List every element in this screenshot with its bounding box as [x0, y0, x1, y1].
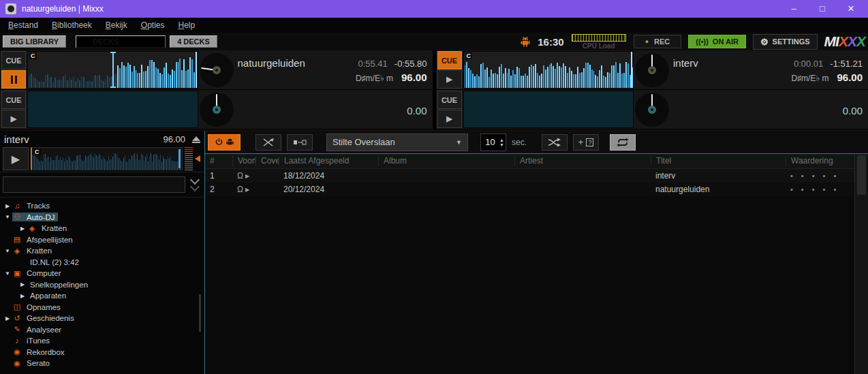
arrow-down-icon[interactable]: ▼ — [3, 214, 12, 220]
four-decks-button[interactable]: 4 DECKS — [170, 35, 217, 48]
minimize-button[interactable]: – — [779, 0, 808, 18]
on-air-button[interactable]: ((•)) ON AIR — [688, 35, 746, 48]
big-library-button[interactable]: BIG LIBRARY — [3, 35, 66, 48]
deck3-bpm: 0.00 — [407, 105, 427, 116]
fade-now-button[interactable] — [255, 134, 281, 151]
col-cover[interactable]: Cover — [255, 156, 279, 166]
preview-play-button[interactable]: ▶ — [3, 147, 29, 170]
deck1-cue-button[interactable]: CUE — [1, 51, 26, 69]
tree-item[interactable]: ◫Opnames — [0, 302, 204, 313]
col-rating[interactable]: Waardering — [786, 156, 854, 166]
arrow-right-icon[interactable]: ▶ — [18, 293, 27, 299]
menu-bekijk[interactable]: Bekijk — [99, 19, 134, 31]
deck3-play-button[interactable]: ▶ — [1, 110, 26, 128]
col-album[interactable]: Album — [378, 156, 514, 166]
menu-help[interactable]: Help — [172, 19, 202, 31]
deck1-elapsed-time: 0:55.41 — [358, 59, 387, 69]
transition-mode-value: Stilte Overslaan — [332, 137, 395, 147]
deck4-spinny[interactable] — [635, 93, 669, 127]
deck4-cue-button[interactable]: CUE — [437, 91, 462, 109]
close-button[interactable]: ✕ — [837, 0, 865, 18]
deck4-play-button[interactable]: ▶ — [437, 110, 462, 128]
preview-gain-scale[interactable] — [185, 147, 193, 170]
deck3-spinny[interactable] — [200, 93, 234, 127]
tree-item[interactable]: ▶◈Kratten — [0, 223, 204, 234]
record-button[interactable]: ● REC — [634, 35, 682, 48]
deck4-waveform[interactable] — [463, 91, 634, 128]
chevron-down-icon[interactable] — [190, 182, 200, 191]
tree-item[interactable]: ◉Rekordbox — [0, 347, 204, 358]
record-dot-icon: ● — [645, 38, 649, 45]
arrow-right-icon[interactable]: ▶ — [3, 315, 12, 322]
tree-item[interactable]: ▶Snelkoppelingen — [0, 279, 204, 291]
playlist-icon: ▤ — [12, 235, 22, 244]
spin-up-icon[interactable]: ▲ — [499, 138, 504, 142]
preview-play-icon[interactable]: ▶ — [245, 173, 249, 179]
deck2-waveform[interactable]: C — [463, 51, 634, 89]
sidebar-scrollbar[interactable] — [199, 294, 201, 332]
deck1-key: D♯m/E♭ m — [356, 74, 393, 83]
shuffle-button[interactable] — [542, 134, 568, 151]
col-title[interactable]: Titel — [651, 156, 786, 166]
repeat-playlist-button[interactable] — [610, 134, 636, 151]
deck1-waveform[interactable]: C — [27, 51, 198, 89]
headphone-icon[interactable]: Ω — [237, 171, 243, 181]
autodj-enable-button[interactable] — [208, 134, 241, 151]
preview-track-title: interv — [4, 134, 163, 145]
tree-item[interactable]: ▤Afspeellijsten — [0, 234, 204, 246]
scrollbar-thumb[interactable] — [857, 155, 866, 195]
tree-item[interactable]: ✎Analyseer — [0, 324, 204, 336]
col-last-played[interactable]: Laatst Afgespeeld — [279, 156, 378, 166]
tree-item[interactable]: ▶Apparaten — [0, 290, 204, 302]
tree-item[interactable]: ▶↺Geschiedenis — [0, 313, 204, 324]
eject-button[interactable] — [192, 136, 200, 143]
table-header: # Voorb Cover Laatst Afgespeeld Album Ar… — [205, 154, 854, 169]
tree-item-label: Serato — [24, 359, 52, 367]
maximize-button[interactable]: □ — [808, 0, 837, 18]
table-scrollbar[interactable] — [854, 154, 868, 374]
decks-button[interactable]: DECKS — [76, 35, 166, 48]
deck1-spinny[interactable] — [200, 53, 234, 87]
tree-item[interactable]: ▼◈Kratten — [0, 245, 204, 257]
search-row — [0, 172, 204, 198]
col-number[interactable]: # — [205, 156, 232, 166]
preview-play-icon[interactable]: ▶ — [245, 187, 249, 193]
play-icon: ▶ — [446, 75, 452, 84]
headphone-icon[interactable]: Ω — [237, 185, 243, 194]
deck2-cue-button[interactable]: CUE — [437, 51, 462, 69]
tree-item[interactable]: ID.NL (2) 3:42 — [0, 257, 204, 268]
arrow-down-icon[interactable]: ▼ — [3, 270, 12, 277]
arrow-right-icon[interactable]: ▶ — [3, 203, 12, 209]
add-random-track-button[interactable]: +? — [573, 134, 599, 151]
transition-mode-select[interactable]: Stilte Overslaan ▼ — [326, 134, 468, 151]
tree-item[interactable]: ♪iTunes — [0, 335, 204, 347]
search-input[interactable] — [3, 176, 185, 193]
deck3-cue-button[interactable]: CUE — [1, 91, 26, 109]
menu-bibliotheek[interactable]: Bibliotheek — [45, 19, 99, 31]
tree-item[interactable]: ▼▣Computer — [0, 268, 204, 279]
preview-waveform[interactable]: C — [31, 147, 183, 170]
table-row[interactable]: 1Ω▶18/12/2024interv••••• — [205, 169, 854, 183]
broadcast-icon: ((•)) — [696, 37, 709, 46]
deck2-play-button[interactable]: ▶ — [437, 70, 462, 89]
skip-next-button[interactable] — [287, 134, 313, 151]
tree-item[interactable]: ▶♫Tracks — [0, 200, 204, 212]
menu-opties[interactable]: Opties — [134, 19, 172, 31]
transition-seconds-spinner[interactable]: 10 ▲ ▼ — [480, 134, 506, 151]
tree-item[interactable]: ▼⚇Auto-DJ — [0, 212, 204, 223]
arrow-right-icon[interactable]: ▶ — [18, 281, 27, 287]
settings-button[interactable]: ⚙ SETTINGS — [753, 34, 818, 50]
tree-item[interactable]: ◉Serato — [0, 358, 204, 369]
deck1-pause-button[interactable] — [1, 70, 26, 89]
col-artist[interactable]: Artiest — [514, 156, 651, 166]
tree-item-label: Snelkoppelingen — [27, 281, 91, 289]
menu-bestand[interactable]: Bestand — [1, 19, 45, 31]
table-row[interactable]: 2Ω▶20/12/2024natuurgeluiden••••• — [205, 183, 854, 196]
deck2-spinny[interactable] — [635, 53, 669, 87]
col-preview[interactable]: Voorb — [232, 156, 255, 166]
arrow-right-icon[interactable]: ▶ — [18, 225, 27, 232]
deck3-waveform[interactable] — [27, 91, 198, 128]
gear-icon: ⚙ — [760, 37, 769, 47]
spin-down-icon[interactable]: ▼ — [499, 142, 504, 147]
arrow-down-icon[interactable]: ▼ — [3, 248, 12, 254]
